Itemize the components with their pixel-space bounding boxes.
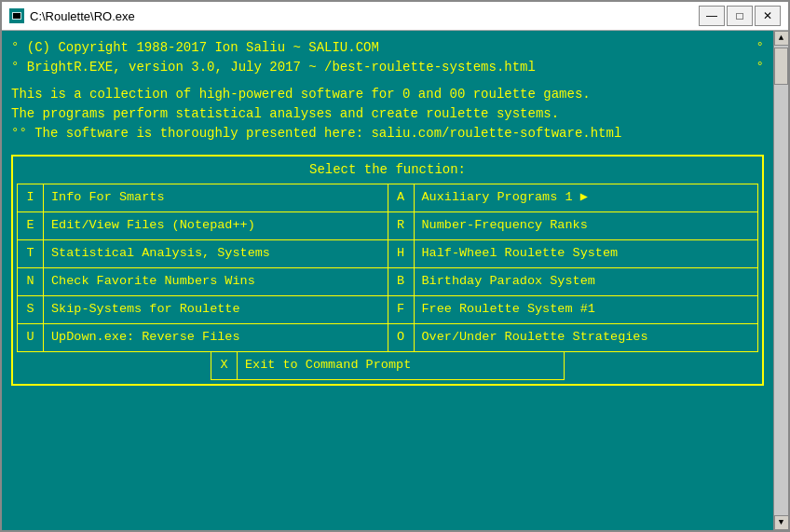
header-right-1: ° <box>756 38 764 58</box>
window-title: C:\Roulette\RO.exe <box>30 9 693 23</box>
menu-grid: I Info For Smarts A Auxiliary Programs 1… <box>17 184 758 352</box>
menu-item-E[interactable]: E Edit/View Files (Notepad++) <box>18 212 388 240</box>
menu-item-N[interactable]: N Check Favorite Numbers Wins <box>18 268 388 296</box>
menu-item-U[interactable]: U UpDown.exe: Reverse Files <box>18 324 388 352</box>
menu-key-F: F <box>388 296 415 322</box>
menu-item-I[interactable]: I Info For Smarts <box>18 184 388 212</box>
window-icon <box>9 8 24 23</box>
desc-line-1: This is a collection of high-powered sof… <box>11 85 764 104</box>
menu-key-A: A <box>388 184 415 211</box>
menu-key-X: X <box>211 352 238 378</box>
menu-key-I: I <box>18 184 44 211</box>
maximize-button[interactable]: □ <box>727 6 753 26</box>
menu-box: Select the function: I Info For Smarts A… <box>11 155 764 386</box>
menu-label-U: UpDown.exe: Reverse Files <box>44 324 388 350</box>
menu-label-A: Auxiliary Programs 1 ▶ <box>415 184 758 211</box>
header-line-1: ° (C) Copyright 1988-2017 Ion Saliu ~ SA… <box>11 38 764 58</box>
menu-label-I: Info For Smarts <box>44 184 388 211</box>
menu-label-N: Check Favorite Numbers Wins <box>44 268 388 294</box>
header-line-2: ° BrightR.EXE, version 3.0, July 2017 ~ … <box>11 58 764 77</box>
menu-item-B[interactable]: B Birthday Paradox System <box>388 268 759 296</box>
menu-item-S[interactable]: S Skip-Systems for Roulette <box>18 296 388 324</box>
menu-key-S: S <box>18 296 44 322</box>
menu-label-H: Half-Wheel Roulette System <box>415 240 758 266</box>
scrollbar[interactable]: ▲ ▼ <box>773 31 788 530</box>
menu-label-O: Over/Under Roulette Strategies <box>415 324 758 350</box>
menu-key-O: O <box>388 324 415 350</box>
desc-line-3: °° The software is thoroughly presented … <box>11 124 764 143</box>
menu-label-F: Free Roulette System #1 <box>415 296 758 322</box>
title-bar: C:\Roulette\RO.exe — □ ✕ <box>2 2 788 31</box>
menu-item-A[interactable]: A Auxiliary Programs 1 ▶ <box>388 184 759 212</box>
menu-key-H: H <box>388 240 415 266</box>
menu-key-B: B <box>388 268 415 294</box>
close-button[interactable]: ✕ <box>755 6 781 26</box>
menu-item-R[interactable]: R Number-Frequency Ranks <box>388 212 759 240</box>
console-area: ° (C) Copyright 1988-2017 Ion Saliu ~ SA… <box>2 31 788 530</box>
main-window: C:\Roulette\RO.exe — □ ✕ ° (C) Copyright… <box>0 0 790 532</box>
scroll-down-button[interactable]: ▼ <box>774 515 789 530</box>
menu-key-U: U <box>18 324 44 350</box>
scroll-track[interactable] <box>774 46 788 515</box>
menu-key-T: T <box>18 240 44 266</box>
header-left-1: ° (C) Copyright 1988-2017 Ion Saliu ~ SA… <box>11 38 379 58</box>
header-left-2: ° BrightR.EXE, version 3.0, July 2017 ~ … <box>11 58 536 77</box>
menu-title: Select the function: <box>17 160 758 180</box>
menu-label-T: Statistical Analysis, Systems <box>44 240 388 266</box>
menu-footer: X Exit to Command Prompt <box>17 352 758 380</box>
window-controls: — □ ✕ <box>699 6 781 26</box>
menu-label-R: Number-Frequency Ranks <box>415 212 758 239</box>
header-lines: ° (C) Copyright 1988-2017 Ion Saliu ~ SA… <box>11 38 764 77</box>
scroll-thumb[interactable] <box>774 48 788 85</box>
menu-label-S: Skip-Systems for Roulette <box>44 296 388 322</box>
header-right-2: ° <box>756 58 764 77</box>
desc-line-2: The programs perform statistical analyse… <box>11 104 764 124</box>
svg-rect-2 <box>13 13 20 19</box>
menu-item-H[interactable]: H Half-Wheel Roulette System <box>388 240 759 268</box>
description-text: This is a collection of high-powered sof… <box>11 85 764 143</box>
console-content: ° (C) Copyright 1988-2017 Ion Saliu ~ SA… <box>2 31 773 530</box>
menu-label-B: Birthday Paradox System <box>415 268 758 294</box>
minimize-button[interactable]: — <box>699 6 725 26</box>
menu-label-E: Edit/View Files (Notepad++) <box>44 212 388 239</box>
menu-key-E: E <box>18 212 44 239</box>
menu-key-N: N <box>18 268 44 294</box>
menu-key-R: R <box>388 212 415 239</box>
menu-item-F[interactable]: F Free Roulette System #1 <box>388 296 759 324</box>
menu-label-X: Exit to Command Prompt <box>238 352 564 378</box>
menu-item-T[interactable]: T Statistical Analysis, Systems <box>18 240 388 268</box>
scroll-up-button[interactable]: ▲ <box>774 31 789 46</box>
menu-item-O[interactable]: O Over/Under Roulette Strategies <box>388 324 759 352</box>
menu-item-X[interactable]: X Exit to Command Prompt <box>211 352 565 380</box>
